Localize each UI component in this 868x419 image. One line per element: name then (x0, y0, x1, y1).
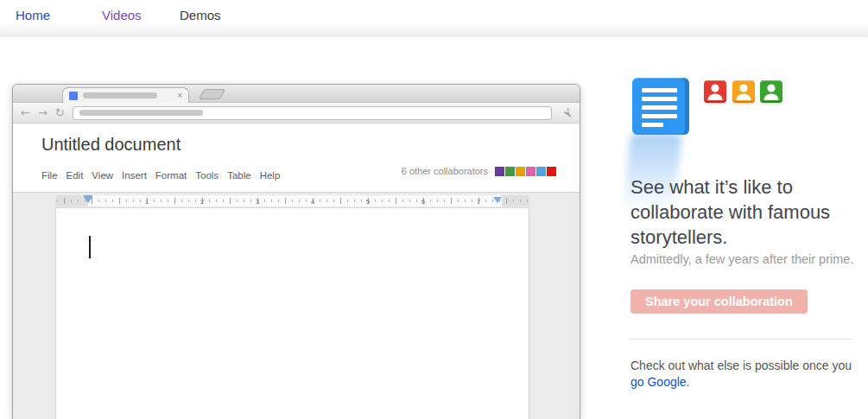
collaborator-swatch (505, 167, 515, 176)
menu-item-help[interactable]: Help (260, 170, 281, 181)
docs-header: Untitled document FileEditViewInsertForm… (13, 124, 580, 191)
promo-heading: See what it’s like to collaborate with f… (630, 175, 831, 250)
document-icon-line (642, 123, 663, 127)
top-nav: Home Videos Demos (0, 0, 868, 37)
browser-tab[interactable]: × (62, 87, 189, 103)
back-icon[interactable]: ← (21, 107, 30, 118)
ruler-number: 4 (311, 198, 314, 206)
page: Home Videos Demos × ← → ↻ Untitled (0, 0, 868, 419)
person-icon (704, 80, 726, 103)
ruler-number: 3 (256, 198, 259, 206)
divider (629, 339, 852, 340)
document-title[interactable]: Untitled document (41, 135, 181, 155)
reload-icon[interactable]: ↻ (55, 107, 65, 118)
ruler-number: 7 (477, 198, 480, 206)
person-icon (732, 80, 755, 103)
collaborators: 6 other collaborators (402, 166, 556, 176)
ruler-number: 6 (421, 198, 425, 206)
wrench-icon[interactable] (560, 107, 572, 119)
collaborator-swatch (495, 167, 504, 176)
ruler-ticks (55, 195, 529, 206)
promo-panel: See what it’s like to collaborate with f… (629, 76, 862, 419)
promo-footer: Check out what else is possible once you… (630, 358, 862, 390)
browser-window: × ← → ↻ Untitled document FileEditViewIn… (12, 84, 580, 419)
promo-subheading: Admittedly, a few years after their prim… (630, 252, 860, 266)
footer-period: . (687, 375, 690, 389)
nav-item-home[interactable]: Home (16, 8, 50, 22)
go-google-link[interactable]: go Google (630, 375, 687, 389)
ruler-number: 1 (145, 198, 149, 206)
address-bar[interactable] (73, 106, 552, 120)
browser-toolbar: ← → ↻ (13, 103, 580, 124)
document-page[interactable] (55, 207, 529, 419)
footer-text: Check out what else is possible once you (630, 359, 852, 372)
menu-item-tools[interactable]: Tools (195, 170, 219, 181)
browser-titlebar: × (13, 85, 580, 103)
ruler[interactable]: 1234567 (55, 195, 529, 206)
menubar: FileEditViewInsertFormatToolsTableHelp (41, 167, 288, 182)
tab-close-icon[interactable]: × (177, 92, 182, 100)
menu-item-view[interactable]: View (92, 170, 113, 181)
url-placeholder (79, 110, 203, 116)
tab-favicon-icon (69, 92, 78, 100)
document-icon-line (642, 105, 677, 110)
menu-item-file[interactable]: File (41, 170, 58, 181)
docs-canvas: 1234567 (13, 192, 580, 419)
nav-item-videos[interactable]: Videos (102, 8, 142, 22)
new-tab-button[interactable] (199, 89, 225, 99)
collaborator-swatch (516, 167, 525, 176)
collaborator-swatches (494, 167, 556, 176)
forward-icon[interactable]: → (38, 107, 48, 118)
document-icon (632, 78, 689, 135)
ruler-number: 5 (366, 198, 370, 206)
menu-item-edit[interactable]: Edit (67, 170, 84, 181)
collaborators-label: 6 other collaborators (402, 166, 488, 176)
share-collaboration-button[interactable]: Share your collaboration (630, 289, 808, 314)
collaborator-swatch (536, 167, 546, 176)
menu-item-table[interactable]: Table (227, 170, 251, 181)
nav-item-demos[interactable]: Demos (180, 8, 221, 22)
tab-title-placeholder (83, 92, 157, 98)
right-indent-marker-icon[interactable] (493, 197, 502, 203)
document-icon-line (642, 88, 677, 92)
ruler-number: 2 (200, 198, 204, 206)
left-indent-marker-icon[interactable] (84, 197, 92, 203)
collaborator-swatch (526, 167, 535, 176)
collaborator-swatch (547, 167, 556, 176)
menu-item-format[interactable]: Format (155, 170, 187, 181)
menu-item-insert[interactable]: Insert (122, 170, 147, 181)
person-icon (760, 80, 782, 103)
document-icon-line (642, 114, 677, 118)
document-icon-line (642, 97, 677, 101)
text-cursor (89, 236, 91, 258)
